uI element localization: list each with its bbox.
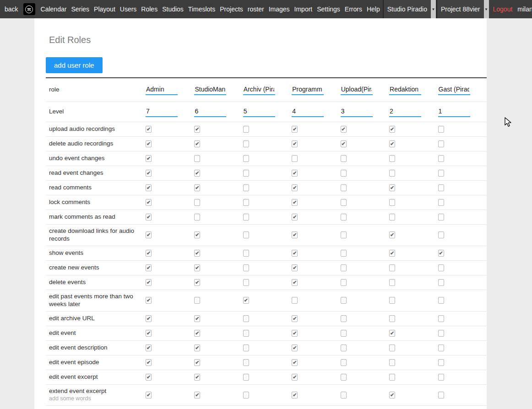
permission-checkbox[interactable]: ✔	[243, 297, 249, 304]
permission-checkbox[interactable]	[341, 199, 347, 206]
permission-checkbox[interactable]	[243, 199, 249, 206]
permission-checkbox[interactable]: ✔	[146, 297, 152, 304]
permission-checkbox[interactable]	[389, 359, 395, 366]
permission-checkbox[interactable]	[438, 199, 444, 206]
role-name-input[interactable]	[438, 85, 470, 95]
permission-checkbox[interactable]	[438, 231, 444, 238]
permission-checkbox[interactable]: ✔	[146, 279, 152, 286]
permission-checkbox[interactable]	[194, 199, 200, 206]
permission-checkbox[interactable]: ✔	[194, 250, 200, 257]
nav-item-errors[interactable]: Errors	[342, 0, 364, 18]
permission-checkbox[interactable]	[243, 315, 249, 322]
permission-checkbox[interactable]: ✔	[341, 126, 347, 133]
permission-checkbox[interactable]	[194, 214, 200, 221]
logout-link[interactable]: Logout	[489, 0, 517, 18]
permission-checkbox[interactable]	[292, 297, 298, 304]
permission-checkbox[interactable]	[389, 297, 395, 304]
nav-item-settings[interactable]: Settings	[315, 0, 342, 18]
nav-item-roles[interactable]: Roles	[139, 0, 160, 18]
nav-item-images[interactable]: Images	[266, 0, 292, 18]
level-input[interactable]	[243, 107, 275, 117]
project-select[interactable]: Project 88vier ▼	[436, 0, 489, 18]
permission-checkbox[interactable]	[438, 214, 444, 221]
permission-checkbox[interactable]	[243, 374, 249, 381]
permission-checkbox[interactable]	[438, 155, 444, 162]
permission-checkbox[interactable]: ✔	[389, 250, 395, 257]
permission-checkbox[interactable]: ✔	[194, 264, 200, 271]
studio-select[interactable]: Studio Piradio ▼	[383, 0, 436, 18]
permission-checkbox[interactable]	[243, 126, 249, 133]
role-name-input[interactable]	[146, 85, 178, 95]
permission-checkbox[interactable]: ✔	[292, 359, 298, 366]
permission-checkbox[interactable]: ✔	[438, 250, 444, 257]
permission-checkbox[interactable]	[341, 231, 347, 238]
permission-checkbox[interactable]	[438, 184, 444, 191]
permission-checkbox[interactable]: ✔	[194, 184, 200, 191]
permission-checkbox[interactable]: ✔	[146, 315, 152, 322]
permission-checkbox[interactable]	[243, 231, 249, 238]
permission-checkbox[interactable]: ✔	[194, 126, 200, 133]
permission-checkbox[interactable]	[243, 250, 249, 257]
role-name-input[interactable]	[341, 85, 373, 95]
permission-checkbox[interactable]	[438, 315, 444, 322]
permission-checkbox[interactable]	[194, 155, 200, 162]
piradio-logo-icon[interactable]: π	[23, 3, 35, 15]
nav-item-roster[interactable]: roster	[245, 0, 266, 18]
permission-checkbox[interactable]	[341, 344, 347, 351]
permission-checkbox[interactable]	[243, 170, 249, 177]
role-name-input[interactable]	[389, 85, 421, 95]
permission-checkbox[interactable]: ✔	[146, 199, 152, 206]
permission-checkbox[interactable]	[438, 359, 444, 366]
permission-checkbox[interactable]	[438, 330, 444, 337]
permission-checkbox[interactable]	[243, 344, 249, 351]
level-input[interactable]	[389, 107, 421, 117]
permission-checkbox[interactable]: ✔	[146, 392, 152, 398]
permission-checkbox[interactable]: ✔	[194, 330, 200, 337]
permission-checkbox[interactable]	[243, 359, 249, 366]
permission-checkbox[interactable]: ✔	[389, 231, 395, 238]
permission-checkbox[interactable]: ✔	[146, 184, 152, 191]
nav-item-series[interactable]: Series	[69, 0, 92, 18]
permission-checkbox[interactable]: ✔	[292, 170, 298, 177]
permission-checkbox[interactable]: ✔	[146, 170, 152, 177]
nav-item-help[interactable]: Help	[364, 0, 382, 18]
permission-checkbox[interactable]: ✔	[292, 231, 298, 238]
permission-checkbox[interactable]	[341, 315, 347, 322]
permission-checkbox[interactable]: ✔	[292, 199, 298, 206]
nav-item-studios[interactable]: Studios	[160, 0, 186, 18]
permission-checkbox[interactable]	[389, 374, 395, 381]
nav-item-calendar[interactable]: Calendar	[38, 0, 69, 18]
permission-checkbox[interactable]	[341, 330, 347, 337]
permission-checkbox[interactable]: ✔	[292, 374, 298, 381]
permission-checkbox[interactable]	[341, 279, 347, 286]
nav-item-users[interactable]: Users	[118, 0, 139, 18]
permission-checkbox[interactable]: ✔	[146, 250, 152, 257]
permission-checkbox[interactable]: ✔	[194, 359, 200, 366]
permission-checkbox[interactable]	[438, 374, 444, 381]
permission-checkbox[interactable]: ✔	[194, 344, 200, 351]
permission-checkbox[interactable]	[438, 170, 444, 177]
permission-checkbox[interactable]	[341, 214, 347, 221]
permission-checkbox[interactable]: ✔	[146, 359, 152, 366]
nav-item-timeslots[interactable]: Timeslots	[186, 0, 217, 18]
permission-checkbox[interactable]	[389, 315, 395, 322]
permission-checkbox[interactable]: ✔	[146, 126, 152, 133]
permission-checkbox[interactable]: ✔	[292, 392, 298, 398]
permission-checkbox[interactable]	[341, 184, 347, 191]
permission-checkbox[interactable]: ✔	[146, 344, 152, 351]
permission-checkbox[interactable]: ✔	[389, 392, 395, 398]
level-input[interactable]	[146, 107, 178, 117]
permission-checkbox[interactable]	[389, 199, 395, 206]
role-name-input[interactable]	[194, 85, 226, 95]
permission-checkbox[interactable]	[341, 264, 347, 271]
permission-checkbox[interactable]	[438, 126, 444, 133]
permission-checkbox[interactable]: ✔	[341, 140, 347, 147]
nav-item-projects[interactable]: Projects	[217, 0, 245, 18]
permission-checkbox[interactable]	[341, 250, 347, 257]
permission-checkbox[interactable]	[243, 184, 249, 191]
permission-checkbox[interactable]	[243, 214, 249, 221]
permission-checkbox[interactable]: ✔	[146, 214, 152, 221]
permission-checkbox[interactable]: ✔	[146, 155, 152, 162]
permission-checkbox[interactable]	[389, 170, 395, 177]
permission-checkbox[interactable]	[243, 155, 249, 162]
